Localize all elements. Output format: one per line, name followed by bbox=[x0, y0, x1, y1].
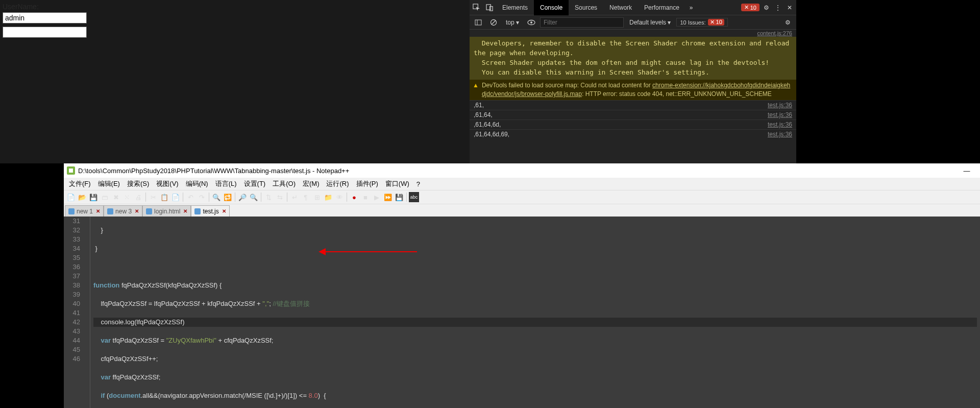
save-macro-icon[interactable]: 💾 bbox=[394, 192, 404, 202]
close-file-icon[interactable]: ✖ bbox=[111, 192, 121, 202]
line-number: 40 bbox=[64, 299, 80, 308]
redo-icon[interactable]: ↷ bbox=[197, 192, 207, 202]
more-tabs-icon[interactable]: » bbox=[685, 4, 697, 11]
copy-icon[interactable]: 📋 bbox=[159, 192, 169, 202]
editor-tab[interactable]: new 3✕ bbox=[104, 205, 142, 217]
password-input[interactable] bbox=[3, 27, 87, 38]
inspect-element-icon[interactable] bbox=[470, 1, 483, 14]
show-all-icon[interactable]: ¶ bbox=[301, 192, 311, 202]
menu-item[interactable]: 视图(V) bbox=[153, 178, 181, 189]
new-file-icon[interactable]: 📄 bbox=[66, 192, 76, 202]
sync-v-icon[interactable]: ⇅ bbox=[263, 192, 274, 202]
npp-titlebar[interactable]: D:\tools\Common\PhpStudy2018\PHPTutorial… bbox=[64, 163, 980, 178]
menu-item[interactable]: 宏(M) bbox=[300, 178, 323, 189]
issues-counter[interactable]: 10 Issues: ✕ 10 bbox=[676, 18, 727, 27]
play-multi-icon[interactable]: ⏩ bbox=[383, 192, 393, 202]
wordwrap-icon[interactable]: ↵ bbox=[289, 192, 300, 202]
close-tab-icon[interactable]: ✕ bbox=[96, 208, 100, 214]
username-input[interactable] bbox=[3, 12, 87, 23]
svg-point-8 bbox=[530, 21, 532, 23]
print-icon[interactable]: 🖨 bbox=[133, 192, 143, 202]
line-number: 32 bbox=[64, 226, 80, 235]
indent-guide-icon[interactable]: ⊞ bbox=[312, 192, 322, 202]
find-icon[interactable]: 🔍 bbox=[211, 192, 222, 202]
more-menu-icon[interactable]: ⋮ bbox=[773, 4, 783, 11]
tab-elements[interactable]: Elements bbox=[496, 0, 534, 15]
folder-icon[interactable]: 📁 bbox=[323, 192, 333, 202]
menu-item[interactable]: 窗口(W) bbox=[382, 178, 412, 189]
line-number: 38 bbox=[64, 281, 80, 290]
window-minimize-icon[interactable]: — bbox=[957, 167, 977, 175]
monitor-icon[interactable]: 👁 bbox=[334, 192, 345, 202]
tab-console[interactable]: Console bbox=[534, 0, 569, 15]
error-count-badge[interactable]: ✕10 bbox=[741, 4, 760, 11]
replace-icon[interactable]: 🔁 bbox=[223, 192, 233, 202]
save-icon[interactable]: 💾 bbox=[88, 192, 99, 202]
play-macro-icon[interactable]: ▶ bbox=[372, 192, 382, 202]
fold-gutter[interactable] bbox=[83, 217, 90, 408]
svg-rect-3 bbox=[475, 20, 481, 25]
npp-app-icon bbox=[67, 166, 75, 175]
tab-sources[interactable]: Sources bbox=[569, 0, 603, 15]
console-source-link[interactable]: test.js:36 bbox=[768, 121, 792, 128]
open-file-icon[interactable]: 📂 bbox=[77, 192, 87, 202]
menu-item[interactable]: 工具(O) bbox=[270, 178, 299, 189]
device-toggle-icon[interactable] bbox=[483, 1, 496, 14]
browser-page: UserName: bbox=[0, 0, 470, 163]
cut-icon[interactable]: ✂ bbox=[148, 192, 158, 202]
close-devtools-icon[interactable]: ✕ bbox=[783, 4, 796, 11]
code-editor[interactable]: 31323334353637383940414243444546 } } fun… bbox=[64, 217, 980, 408]
zoom-in-icon[interactable]: 🔎 bbox=[237, 192, 248, 202]
console-sidebar-toggle-icon[interactable] bbox=[472, 16, 485, 29]
editor-tab[interactable]: new 1✕ bbox=[65, 205, 104, 217]
menu-item[interactable]: ? bbox=[413, 179, 423, 189]
close-tab-icon[interactable]: ✕ bbox=[183, 208, 187, 214]
console-output: content.js:276 Developers, remember to d… bbox=[470, 30, 796, 163]
line-number: 33 bbox=[64, 235, 80, 244]
close-tab-icon[interactable]: ✕ bbox=[135, 208, 139, 214]
stop-macro-icon[interactable]: ■ bbox=[360, 192, 371, 202]
save-all-icon[interactable]: 🗃 bbox=[100, 192, 110, 202]
live-expression-icon[interactable] bbox=[525, 16, 538, 29]
menu-item[interactable]: 编码(N) bbox=[183, 178, 211, 189]
record-macro-icon[interactable]: ● bbox=[349, 192, 359, 202]
console-warning-block: Developers, remember to disable the Scre… bbox=[470, 37, 796, 79]
console-source-link[interactable]: content.js:276 bbox=[470, 30, 796, 37]
filter-input[interactable] bbox=[540, 17, 624, 28]
tab-performance[interactable]: Performance bbox=[638, 0, 685, 15]
log-levels-selector[interactable]: Default levels ▾ bbox=[626, 18, 674, 27]
console-log-row: ,61,test.js:36 bbox=[470, 100, 796, 110]
console-settings-icon[interactable]: ⚙ bbox=[781, 19, 794, 26]
context-selector[interactable]: top ▾ bbox=[502, 18, 523, 27]
npp-toolbar: 📄 📂 💾 🗃 ✖ ⛌ 🖨 ✂ 📋 📄 ↶ ↷ 🔍 🔁 🔎 🔍 ⇅ ⇆ ↵ ¶ … bbox=[64, 190, 980, 204]
editor-tab[interactable]: test.js✕ bbox=[191, 205, 229, 217]
editor-tab[interactable]: login.html✕ bbox=[142, 205, 191, 217]
sync-h-icon[interactable]: ⇆ bbox=[275, 192, 285, 202]
tab-network[interactable]: Network bbox=[603, 0, 638, 15]
menu-item[interactable]: 运行(R) bbox=[323, 178, 352, 189]
menu-item[interactable]: 设置(T) bbox=[241, 178, 269, 189]
menu-item[interactable]: 编辑(E) bbox=[95, 178, 123, 189]
line-number: 37 bbox=[64, 272, 80, 281]
clear-console-icon[interactable] bbox=[487, 16, 500, 29]
file-icon bbox=[194, 208, 201, 214]
console-log-row: ,61,64,test.js:36 bbox=[470, 110, 796, 119]
spellcheck-icon[interactable]: abc bbox=[409, 192, 419, 202]
console-log-row: ,61,64,6d,test.js:36 bbox=[470, 119, 796, 129]
undo-icon[interactable]: ↶ bbox=[185, 192, 195, 202]
menu-item[interactable]: 文件(F) bbox=[66, 178, 94, 189]
settings-gear-icon[interactable]: ⚙ bbox=[760, 4, 773, 11]
menu-item[interactable]: 语言(L) bbox=[212, 178, 240, 189]
code-area[interactable]: } } function fqPdaQzXzSSf(kfqPdaQzXzSSf)… bbox=[90, 217, 980, 408]
console-source-link[interactable]: test.js:36 bbox=[768, 131, 792, 138]
line-number: 35 bbox=[64, 253, 80, 262]
zoom-out-icon[interactable]: 🔍 bbox=[249, 192, 259, 202]
close-tab-icon[interactable]: ✕ bbox=[222, 208, 226, 214]
console-source-link[interactable]: test.js:36 bbox=[768, 102, 792, 109]
menu-item[interactable]: 搜索(S) bbox=[124, 178, 152, 189]
close-all-icon[interactable]: ⛌ bbox=[122, 192, 132, 202]
menu-item[interactable]: 插件(P) bbox=[353, 178, 381, 189]
npp-title-text: D:\tools\Common\PhpStudy2018\PHPTutorial… bbox=[78, 167, 349, 175]
console-source-link[interactable]: test.js:36 bbox=[768, 111, 792, 118]
paste-icon[interactable]: 📄 bbox=[170, 192, 181, 202]
